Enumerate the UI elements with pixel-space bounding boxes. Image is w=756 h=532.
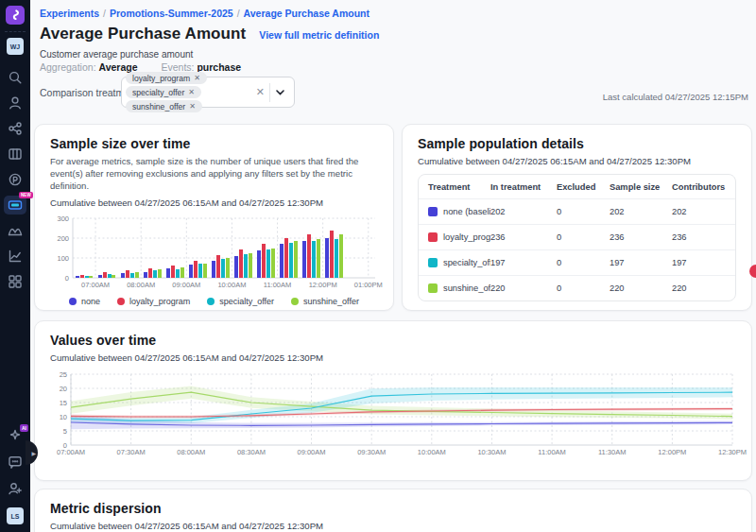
page-title: Average Purchase Amount — [40, 25, 246, 43]
comparison-treatments-select[interactable]: loyalty_program✕specialty_offer✕sunshine… — [121, 77, 295, 108]
svg-text:12:00PM: 12:00PM — [658, 448, 686, 456]
segments-icon[interactable] — [8, 121, 23, 136]
remove-chip-icon[interactable]: ✕ — [194, 74, 200, 82]
svg-text:08:00AM: 08:00AM — [177, 448, 205, 456]
metrics-chart-icon[interactable] — [8, 249, 23, 264]
svg-text:200: 200 — [57, 233, 69, 242]
treatment-chip[interactable]: specialty_offer✕ — [126, 86, 201, 98]
chevron-down-icon[interactable] — [270, 90, 290, 95]
svg-text:08:00AM: 08:00AM — [127, 280, 155, 288]
new-badge: NEW — [19, 192, 33, 198]
ai-assistant-icon[interactable]: AI — [8, 428, 23, 443]
dispersion-range: Cumulative between 04/27/2025 06:15AM an… — [50, 521, 736, 531]
workspace-avatar[interactable]: WJ — [7, 38, 24, 55]
legend-item: sunshine_offer — [291, 297, 359, 306]
treatment-name: none (baseline) — [443, 207, 490, 216]
svg-text:11:30AM: 11:30AM — [598, 448, 626, 456]
values-range: Cumulative between 04/27/2025 06:15AM an… — [50, 352, 736, 363]
excluded-value: 0 — [557, 258, 610, 267]
sample-population-card: Sample population details Cumulative bet… — [402, 124, 752, 311]
svg-text:100: 100 — [57, 253, 69, 262]
user-avatar[interactable]: LS — [7, 507, 24, 524]
population-range: Cumulative between 04/27/2025 06:15AM an… — [418, 156, 736, 166]
holdouts-icon[interactable] — [8, 223, 23, 238]
svg-text:12:00PM: 12:00PM — [309, 280, 337, 288]
svg-text:25: 25 — [60, 370, 67, 379]
card-title: Values over time — [50, 333, 736, 348]
treatment-chip[interactable]: sunshine_offer✕ — [126, 100, 202, 112]
dashboards-icon[interactable] — [8, 274, 23, 289]
main-content: Experiments/Promotions-Summer-2025/Avera… — [30, 0, 756, 532]
svg-text:10:00AM: 10:00AM — [418, 448, 446, 456]
breadcrumb: Experiments/Promotions-Summer-2025/Avera… — [40, 8, 369, 19]
table-row: sunshine_offer 220 0 220 220 — [419, 275, 735, 300]
remove-chip-icon[interactable]: ✕ — [188, 88, 195, 96]
chart-legend: noneloyalty_programspecialty_offersunshi… — [50, 297, 378, 306]
table-row: loyalty_program 236 0 236 236 — [419, 224, 735, 249]
breadcrumb-separator: / — [103, 8, 106, 19]
invite-user-icon[interactable] — [8, 481, 23, 496]
col-contributors: Contributors — [672, 182, 726, 192]
remove-chip-icon[interactable]: ✕ — [189, 102, 196, 111]
clear-all-icon[interactable]: ✕ — [251, 86, 269, 98]
breadcrumb-experiments[interactable]: Experiments — [40, 8, 99, 19]
sample-size-range: Cumulative between 04/27/2025 06:15AM an… — [50, 197, 378, 208]
contributors-value: 202 — [672, 207, 726, 216]
support-chat-icon[interactable] — [8, 455, 23, 470]
app-logo-icon[interactable] — [6, 6, 25, 25]
svg-text:07:00AM: 07:00AM — [81, 280, 110, 288]
feedback-tab[interactable] — [749, 265, 756, 278]
aggregation-label: Aggregation: — [40, 61, 96, 73]
users-icon[interactable] — [8, 95, 23, 111]
in-treatment-value: 202 — [490, 207, 557, 216]
sample-size-value: 236 — [610, 232, 672, 242]
columns-icon[interactable] — [8, 146, 23, 162]
pulse-icon[interactable] — [8, 172, 23, 187]
breadcrumb-experiment-name[interactable]: Promotions-Summer-2025 — [110, 8, 233, 19]
in-treatment-value: 236 — [490, 232, 557, 242]
population-table-header: Treatment In treatment Excluded Sample s… — [419, 175, 735, 198]
values-chart: 051015202507:00AM07:30AM08:00AM08:30AM09… — [50, 369, 736, 461]
treatment-name: loyalty_program — [443, 232, 490, 242]
col-excluded: Excluded — [557, 182, 610, 192]
svg-text:09:00AM: 09:00AM — [172, 280, 200, 288]
svg-text:09:30AM: 09:30AM — [357, 448, 386, 456]
breadcrumb-separator: / — [237, 8, 240, 19]
card-title: Sample size over time — [50, 136, 378, 151]
sidebar-item-experiments-active[interactable]: NEW — [4, 196, 26, 215]
svg-text:10:00AM: 10:00AM — [217, 280, 246, 288]
svg-text:0: 0 — [65, 273, 69, 282]
treatment-chip[interactable]: loyalty_program✕ — [126, 72, 207, 84]
sample-size-card: Sample size over time For average metric… — [34, 124, 394, 311]
sample-size-value: 197 — [610, 258, 672, 267]
treatment-color-swatch — [428, 207, 438, 216]
legend-item: none — [69, 297, 100, 306]
treatment-color-swatch — [428, 232, 438, 242]
card-title: Metric dispersion — [50, 501, 736, 516]
in-treatment-value: 197 — [490, 258, 557, 267]
view-metric-definition-link[interactable]: View full metric definition — [259, 29, 379, 41]
col-sample-size: Sample size — [610, 182, 672, 192]
svg-text:300: 300 — [57, 214, 69, 222]
table-row: none (baseline) 202 0 202 202 — [419, 198, 735, 224]
contributors-value: 236 — [672, 232, 726, 242]
svg-text:08:30AM: 08:30AM — [237, 448, 266, 456]
population-table: Treatment In treatment Excluded Sample s… — [418, 174, 736, 301]
search-icon[interactable] — [8, 70, 23, 85]
last-calculated: Last calculated 04/27/2025 12:15PM — [603, 92, 748, 102]
ai-badge: AI — [20, 424, 28, 432]
col-treatment: Treatment — [428, 182, 490, 192]
treatment-name: sunshine_offer — [443, 283, 490, 293]
sample-size-value: 202 — [610, 207, 672, 216]
in-treatment-value: 220 — [490, 283, 557, 293]
sample-size-chart: 010020030007:00AM08:00AM09:00AM10:00AM11… — [50, 214, 380, 293]
treatment-color-swatch — [428, 258, 438, 267]
sidebar-divider — [5, 31, 26, 32]
svg-text:11:00AM: 11:00AM — [264, 280, 291, 288]
svg-text:10: 10 — [60, 413, 67, 421]
treatment-name: specialty_offer — [443, 258, 490, 267]
excluded-value: 0 — [557, 232, 610, 242]
legend-item: loyalty_program — [117, 297, 190, 306]
col-in-treatment: In treatment — [490, 182, 557, 192]
breadcrumb-metric-name[interactable]: Average Purchase Amount — [244, 8, 369, 19]
